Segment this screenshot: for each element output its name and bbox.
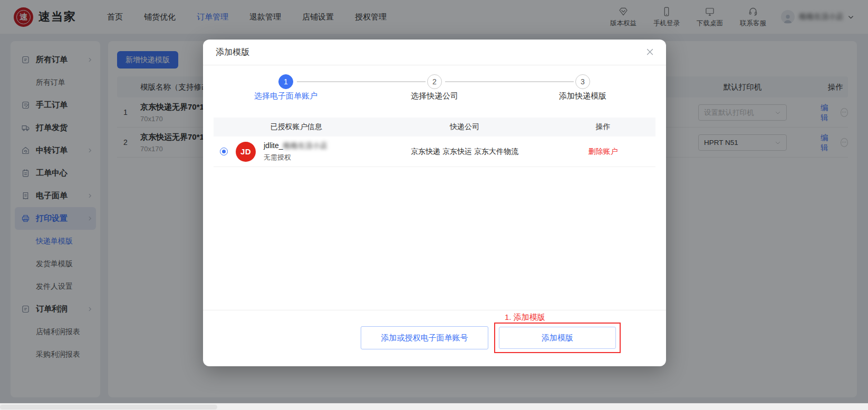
delete-account-button[interactable]: 删除账户	[551, 147, 655, 157]
accounts-table-header: 已授权账户信息 快递公司 操作	[214, 118, 655, 136]
modal-header-divider	[203, 65, 666, 65]
authorized-accounts-table: 已授权账户信息 快递公司 操作 JD jdlite_格格生活小店 无需授权 京东…	[214, 118, 655, 167]
close-icon[interactable]	[644, 46, 655, 58]
jd-avatar: JD	[236, 142, 256, 162]
step-2-indicator: 2	[427, 74, 442, 89]
operations-header: 操作	[551, 122, 655, 132]
account-info-header: 已授权账户信息	[214, 122, 379, 132]
express-company-header: 快递公司	[379, 122, 551, 132]
express-companies: 京东快递 京东快运 京东大件物流	[379, 147, 551, 157]
account-radio[interactable]	[220, 148, 228, 155]
app-window: 速 速当家 首页 铺货优化 订单管理 退款管理 店铺设置 授权管理 版本权益 手…	[0, 0, 868, 410]
step-connector	[297, 81, 426, 82]
step-2-label: 选择快递公司	[387, 91, 482, 101]
modal-footer-divider	[203, 310, 666, 310]
annotation-label: 1. 添加模版	[505, 313, 545, 323]
step-3-indicator: 3	[575, 74, 590, 89]
add-template-button[interactable]: 添加模版	[499, 327, 616, 349]
add-or-authorize-waybill-account-button[interactable]: 添加或授权电子面单账号	[361, 326, 488, 349]
step-1-label: 选择电子面单账户	[238, 91, 333, 101]
step-1-indicator: 1	[278, 74, 293, 89]
scrollbar-thumb[interactable]	[0, 405, 217, 409]
modal-title: 添加模版	[216, 40, 249, 65]
horizontal-scrollbar[interactable]	[0, 403, 868, 410]
add-template-modal: 添加模版 1 2 3 选择电子面单账户 选择快递公司 添加快递模版 已授权账户信…	[203, 40, 666, 366]
account-row: JD jdlite_格格生活小店 无需授权 京东快递 京东快运 京东大件物流 删…	[214, 136, 655, 167]
masked-shop-name: 格格生活小店	[283, 141, 327, 150]
account-name: jdlite_格格生活小店	[264, 141, 327, 151]
auth-status: 无需授权	[264, 153, 327, 162]
step-connector	[445, 81, 574, 82]
step-3-label: 添加快递模版	[535, 91, 630, 101]
